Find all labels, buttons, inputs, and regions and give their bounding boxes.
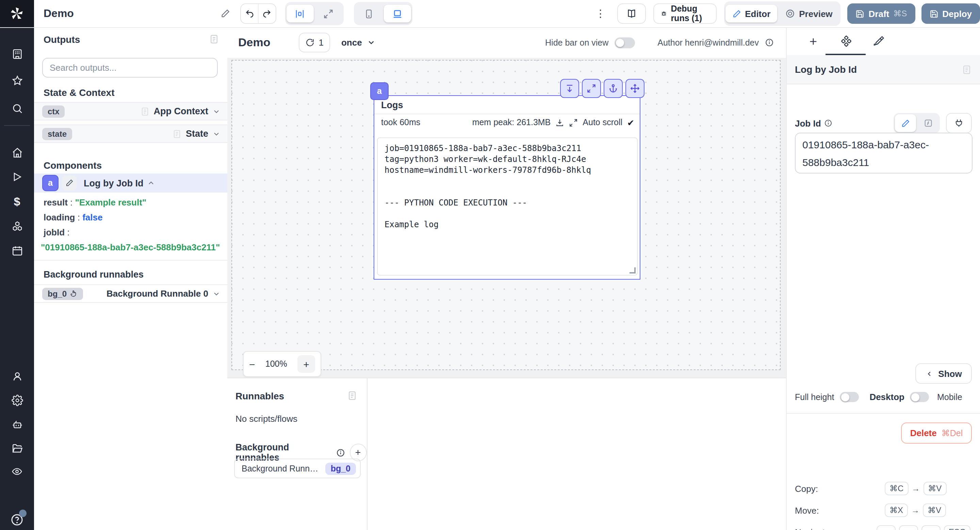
selected-component-header: Log by Job Id: [787, 55, 980, 84]
runnables-empty-text: No scripts/flows: [235, 414, 298, 424]
mobile-view-toggle[interactable]: [355, 5, 382, 22]
workers-icon[interactable]: [0, 419, 34, 431]
chevron-down-icon[interactable]: [212, 289, 221, 298]
chevron-down-icon[interactable]: [212, 107, 221, 115]
zoom-in-button[interactable]: +: [298, 355, 315, 373]
doc-icon[interactable]: [962, 64, 972, 75]
auto-scroll-checkbox[interactable]: ✔: [627, 117, 634, 128]
docs-button[interactable]: [617, 3, 646, 24]
desktop-toggle[interactable]: [910, 392, 929, 402]
download-log-icon[interactable]: [555, 118, 564, 127]
rename-component-icon[interactable]: [62, 176, 77, 190]
expand-log-icon[interactable]: [569, 118, 578, 127]
static-mode-button[interactable]: [895, 114, 916, 132]
key-cmd-x: ⌘X: [885, 503, 908, 517]
settings-icon[interactable]: [0, 395, 34, 406]
zoom-level: 100%: [262, 359, 291, 369]
canvas-app-title: Demo: [238, 36, 270, 49]
chevron-up-icon[interactable]: [147, 179, 155, 187]
run-mode-dropdown[interactable]: once: [341, 37, 375, 48]
outputs-doc-icon[interactable]: [209, 34, 219, 44]
selected-component-name: Log by Job Id: [795, 64, 857, 75]
background-runnable-row[interactable]: bg_0 Background Runnable 0: [34, 284, 227, 303]
output-loading-row[interactable]: loading : false: [43, 212, 102, 222]
function-mode-button[interactable]: [917, 114, 939, 132]
folders-icon[interactable]: [0, 443, 34, 454]
output-jobid-row[interactable]: jobId :: [43, 227, 70, 238]
chevron-down-icon[interactable]: [212, 130, 221, 138]
zoom-out-button[interactable]: −: [249, 358, 255, 370]
component-row-a[interactable]: a Log by Job Id: [34, 173, 227, 192]
canvas-grid[interactable]: a: [231, 60, 781, 370]
undo-button[interactable]: [241, 4, 258, 23]
log-component[interactable]: a: [374, 95, 640, 279]
deploy-button[interactable]: Deploy: [921, 3, 980, 24]
anchor-handle[interactable]: [604, 79, 623, 98]
resources-icon[interactable]: [0, 221, 34, 232]
jobid-config-row: Job Id: [795, 114, 972, 133]
delete-component-button[interactable]: Delete ⌘Del: [901, 422, 972, 444]
screen: Demo ⋮: [0, 0, 980, 530]
center-layout-toggle[interactable]: [286, 5, 314, 22]
info-icon[interactable]: [765, 38, 774, 47]
fullscreen-layout-toggle[interactable]: [315, 5, 342, 22]
draft-shortcut: ⌘S: [893, 9, 907, 18]
search-outputs-input[interactable]: [42, 58, 218, 78]
search-icon[interactable]: [0, 103, 34, 114]
dock-bottom-handle[interactable]: [560, 79, 579, 98]
schedules-icon[interactable]: [0, 245, 34, 257]
edit-title-icon[interactable]: [221, 9, 231, 18]
refresh-button[interactable]: 1: [299, 33, 330, 52]
expand-handle[interactable]: [582, 79, 601, 98]
bg-runnable-item-label: Background Runna...: [242, 464, 321, 473]
editor-tab[interactable]: Editor: [725, 5, 777, 22]
windmill-logo[interactable]: [0, 0, 34, 27]
state-context-title: State & Context: [43, 87, 115, 98]
full-height-toggle[interactable]: [840, 392, 859, 402]
jobid-input[interactable]: 01910865-188a-bab7-a3ec-588b9ba3c211: [795, 133, 972, 173]
connect-input-button[interactable]: [946, 113, 972, 133]
bg-runnable-item[interactable]: Background Runna... bg_0: [234, 459, 361, 478]
variables-icon[interactable]: $: [0, 195, 34, 209]
app-canvas[interactable]: a: [227, 58, 786, 378]
user-icon[interactable]: [0, 371, 34, 382]
debug-runs-label: Debug runs (1): [671, 4, 709, 23]
runnables-doc-icon[interactable]: [347, 390, 357, 401]
component-selection-badge[interactable]: a: [370, 83, 388, 100]
result-value: "Example result": [75, 197, 147, 208]
center-column: Demo 1 once Hide bar on view Author henr…: [227, 27, 786, 530]
preview-tab[interactable]: Preview: [778, 5, 839, 22]
desktop-view-toggle[interactable]: [384, 5, 411, 22]
move-handle[interactable]: [625, 79, 644, 98]
workspace-icon[interactable]: [0, 48, 34, 60]
component-handles: [560, 79, 644, 98]
ctx-row[interactable]: ctx App Context: [34, 102, 227, 121]
runs-icon[interactable]: [0, 171, 34, 182]
styling-tab[interactable]: [859, 27, 898, 55]
log-duration: took 60ms: [381, 118, 420, 127]
runnables-panel: Runnables No scripts/flows Background ru…: [227, 378, 368, 530]
delete-shortcut: ⌘Del: [942, 428, 963, 438]
left-icon-sidebar: $: [0, 27, 34, 530]
home-icon[interactable]: [0, 147, 34, 159]
audit-logs-icon[interactable]: [0, 466, 34, 477]
debug-runs-button[interactable]: Debug runs (1): [653, 3, 717, 24]
hide-bar-toggle[interactable]: [614, 37, 635, 48]
draft-button[interactable]: Draft ⌘S: [848, 3, 915, 24]
bug-icon: [661, 9, 667, 18]
redo-button[interactable]: [258, 4, 275, 23]
help-icon[interactable]: [0, 513, 34, 527]
components-title: Components: [43, 160, 102, 171]
more-menu-button[interactable]: ⋮: [595, 8, 606, 20]
show-styling-button[interactable]: Show: [915, 363, 972, 384]
state-row[interactable]: state State: [34, 124, 227, 143]
log-resize-handle[interactable]: [630, 267, 636, 273]
full-height-label: Full height: [795, 392, 834, 402]
author-label: Author henri@windmill.dev: [657, 38, 759, 47]
chevron-left-icon: [925, 370, 933, 377]
output-result-row[interactable]: result : "Example result": [43, 197, 146, 208]
log-output-box[interactable]: job=01910865-188a-bab7-a3ec-588b9ba3c211…: [377, 137, 638, 276]
favorites-icon[interactable]: [0, 75, 34, 86]
jobid-value: "01910865-188a-bab7-a3ec-588b9ba3c211": [41, 242, 220, 252]
info-icon[interactable]: [336, 448, 345, 457]
